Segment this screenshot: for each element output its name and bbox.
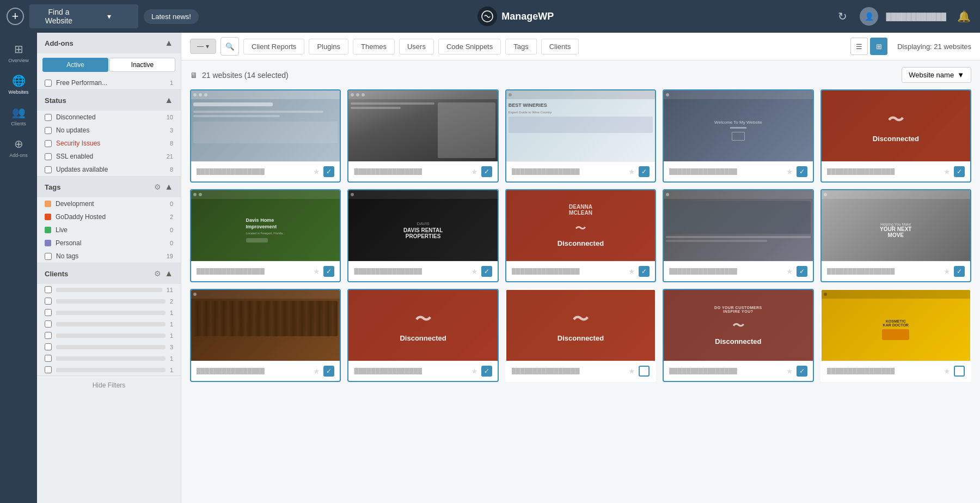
card-site-name-5: ████████████████ — [827, 168, 940, 175]
client-5-checkbox[interactable] — [45, 332, 52, 339]
website-card-2[interactable]: ████████████████ ★ ✓ — [347, 89, 498, 183]
card-checkbox-13[interactable] — [639, 366, 650, 377]
website-card-5[interactable]: 〜 Disconnected ████████████████ ★ ✓ — [820, 89, 971, 183]
status-updates-label: Updates available — [56, 166, 166, 173]
status-section-header[interactable]: Status ▲ — [37, 90, 181, 111]
card-site-name-3: ████████████████ — [512, 168, 625, 175]
card-checkbox-5[interactable]: ✓ — [954, 166, 965, 177]
websites-icon-small: 🖥 — [190, 71, 198, 80]
client-1-checkbox[interactable] — [45, 286, 52, 293]
status-no-updates-checkbox[interactable] — [45, 127, 52, 134]
client-item-7: 1 — [37, 353, 181, 364]
tags-section-header[interactable]: Tags ⚙ ▲ — [37, 177, 181, 197]
website-card-13[interactable]: 〜 Disconnected ████████████████ ★ — [505, 289, 656, 382]
card-checkbox-3[interactable]: ✓ — [639, 166, 650, 177]
addon-checkbox[interactable] — [45, 80, 52, 87]
website-card-7[interactable]: DAVIS DAVIS RENTAL PROPERTIES ██████████… — [347, 189, 498, 282]
add-website-button[interactable]: + — [7, 8, 24, 25]
card-checkbox-8[interactable]: ✓ — [639, 266, 650, 277]
client-6-checkbox[interactable] — [45, 343, 52, 350]
sidebar-item-overview[interactable]: ⊞ Overview — [0, 38, 37, 68]
website-card-3[interactable]: BEST WINERIES Expert Guide to Wine Count… — [505, 89, 656, 183]
website-card-15[interactable]: KOSMETIC KAR DOCTOR ████████████████ ★ — [820, 289, 971, 382]
card-checkbox-1[interactable]: ✓ — [323, 166, 334, 177]
sort-dropdown[interactable]: Website name ▼ — [902, 67, 971, 83]
status-disconnected-checkbox[interactable] — [45, 114, 52, 121]
clients-settings-button[interactable]: ⚙ — [154, 269, 161, 278]
website-card-12[interactable]: 〜 Disconnected ████████████████ ★ ✓ — [347, 289, 498, 382]
card-checkbox-4[interactable]: ✓ — [797, 166, 807, 177]
status-no-updates-label: No updates — [56, 126, 166, 134]
tab-inactive[interactable]: Inactive — [109, 58, 175, 72]
tab-active[interactable]: Active — [42, 58, 108, 72]
clients-section-header[interactable]: Clients ⚙ ▲ — [37, 263, 181, 284]
list-view-button[interactable]: ☰ — [850, 38, 868, 55]
tab-themes[interactable]: Themes — [353, 39, 395, 54]
notifications-button[interactable]: 🔔 — [954, 7, 973, 26]
client-3-checkbox[interactable] — [45, 309, 52, 316]
website-card-14[interactable]: Do Your CustomersInspire You? 〜 Disconne… — [663, 289, 813, 382]
addon-label: Free Performan... — [56, 79, 166, 87]
website-card-10[interactable]: Helping You Make YOUR NEXT MOVE ████████… — [820, 189, 971, 282]
card-checkbox-12[interactable]: ✓ — [481, 366, 492, 377]
website-card-11[interactable]: ████████████████ ★ ✓ — [190, 289, 341, 382]
website-card-1[interactable]: ████████████████ ★ ✓ — [190, 89, 341, 183]
card-checkbox-6[interactable]: ✓ — [323, 266, 334, 277]
website-card-4[interactable]: Welcome To My Website ████████████████ ★… — [663, 89, 813, 183]
status-security-issues: Security Issues 8 — [37, 137, 181, 150]
card-checkbox-2[interactable]: ✓ — [481, 166, 492, 177]
sidebar-item-addons[interactable]: ⊕ Add-ons — [0, 133, 37, 162]
tags-toggle-button[interactable]: ▲ — [164, 182, 173, 192]
card-checkbox-15[interactable] — [954, 366, 965, 377]
card-checkbox-10[interactable]: ✓ — [954, 266, 965, 277]
tab-code-snippets[interactable]: Code Snippets — [438, 39, 501, 54]
card-footer-5: ████████████████ ★ ✓ — [822, 161, 970, 181]
status-updates-checkbox[interactable] — [45, 166, 52, 173]
disconnected-overlay-5: 〜 Disconnected — [822, 90, 970, 161]
site-selector-button[interactable]: Find a Website ▾ — [29, 4, 138, 28]
status-toggle-button[interactable]: ▲ — [164, 95, 173, 105]
tab-tags[interactable]: Tags — [505, 39, 536, 54]
clients-toggle-button[interactable]: ▲ — [164, 269, 173, 278]
websites-icon: 🌐 — [12, 74, 26, 87]
tags-settings-button[interactable]: ⚙ — [154, 182, 161, 192]
bulk-action-button[interactable]: — ▾ — [190, 39, 216, 54]
card-checkbox-11[interactable]: ✓ — [323, 366, 334, 377]
card-checkbox-9[interactable]: ✓ — [797, 266, 807, 277]
card-footer-2: ████████████████ ★ ✓ — [348, 161, 497, 181]
addon-count: 1 — [170, 80, 173, 86]
card-checkbox-14[interactable]: ✓ — [797, 366, 807, 377]
client-2-checkbox[interactable] — [45, 298, 52, 305]
status-ssl-checkbox[interactable] — [45, 153, 52, 160]
hide-filters-button[interactable]: Hide Filters — [37, 376, 181, 395]
website-card-8[interactable]: DEANNAMCLEAN 〜 Disconnected ████████████… — [505, 189, 656, 282]
client-4-checkbox[interactable] — [45, 320, 52, 328]
tab-client-reports[interactable]: Client Reports — [243, 39, 304, 54]
addons-toggle-button[interactable]: ▲ — [164, 38, 173, 48]
status-security-checkbox[interactable] — [45, 140, 52, 147]
latest-news-button[interactable]: Latest news! — [144, 9, 199, 24]
tags-section: Tags ⚙ ▲ Development 0 GoDaddy Hosted 2 … — [37, 177, 181, 263]
website-card-6[interactable]: Davis Home Improvement Located in Freepo… — [190, 189, 341, 282]
card-site-name-10: ████████████████ — [827, 268, 940, 275]
sidebar-item-clients[interactable]: 👥 Clients — [0, 101, 37, 131]
sidebar-label-addons: Add-ons — [9, 153, 28, 158]
search-button[interactable]: 🔍 — [220, 37, 239, 56]
disconnected-label-13: Disconnected — [558, 334, 604, 342]
grid-view-button[interactable]: ⊞ — [870, 38, 887, 55]
client-7-checkbox[interactable] — [45, 355, 52, 362]
addons-section-header[interactable]: Add-ons ▲ — [37, 33, 181, 53]
card-thumbnail-7: DAVIS DAVIS RENTAL PROPERTIES — [348, 190, 497, 261]
card-footer-6: ████████████████ ★ ✓ — [191, 261, 340, 281]
website-card-9[interactable]: ████████████████ ★ ✓ — [663, 189, 813, 282]
refresh-button[interactable]: ↻ — [832, 7, 852, 26]
tab-users[interactable]: Users — [399, 39, 434, 54]
clients-section-actions: ⚙ ▲ — [154, 269, 173, 278]
tab-plugins[interactable]: Plugins — [309, 39, 348, 54]
card-checkbox-7[interactable]: ✓ — [481, 266, 492, 277]
card-star-12: ★ — [471, 367, 478, 375]
client-8-checkbox[interactable] — [45, 366, 52, 373]
tab-clients[interactable]: Clients — [541, 39, 579, 54]
sidebar-item-websites[interactable]: 🌐 Websites — [0, 70, 37, 99]
tag-no-tags-checkbox[interactable] — [45, 253, 52, 260]
